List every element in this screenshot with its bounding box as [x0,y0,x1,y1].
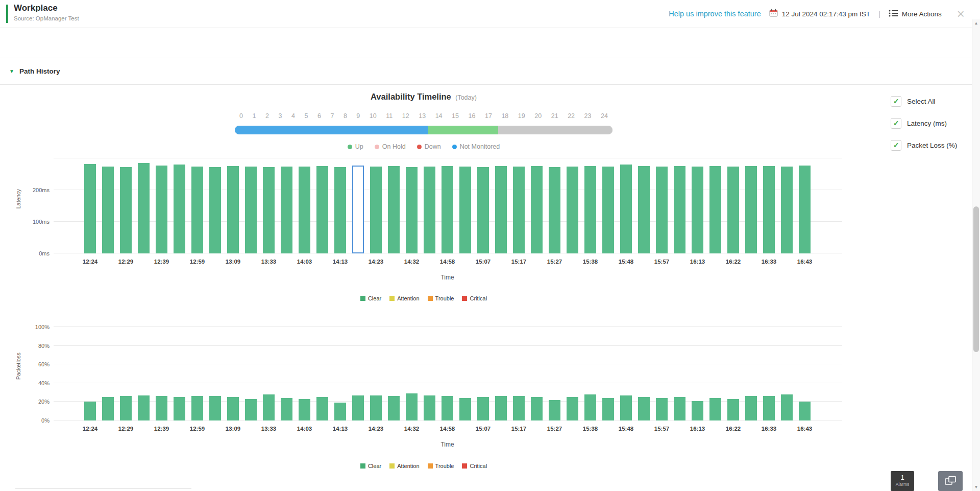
packetloss-bar-4[interactable] [156,396,167,420]
collapse-triangle-icon[interactable]: ▼ [9,68,14,74]
latency-bar-21[interactable] [459,167,471,253]
packetloss-checkbox[interactable]: ✓ [891,140,901,151]
packetloss-legend-item[interactable]: Trouble [428,463,454,469]
packetloss-legend-item[interactable]: Clear [360,463,381,469]
packetloss-bar-40[interactable] [799,402,811,420]
packetloss-bar-21[interactable] [459,398,471,420]
latency-bar-2[interactable] [120,167,132,253]
latency-bar-3[interactable] [138,163,150,253]
latency-bar-35[interactable] [709,166,721,253]
packetloss-bar-32[interactable] [656,398,668,420]
packetloss-bar-20[interactable] [442,396,453,420]
latency-bar-18[interactable] [406,167,418,253]
timeline-legend-item[interactable]: Up [348,143,363,150]
packetloss-bar-13[interactable] [316,397,328,420]
packetloss-bar-6[interactable] [191,396,203,420]
latency-bar-26[interactable] [549,167,560,253]
packetloss-bar-22[interactable] [477,397,489,420]
latency-bar-23[interactable] [495,166,507,253]
latency-bar-28[interactable] [584,166,596,253]
latency-bar-19[interactable] [424,167,435,253]
packetloss-bar-24[interactable] [513,396,525,420]
packetloss-bar-27[interactable] [567,397,578,420]
latency-bar-38[interactable] [763,166,775,253]
latency-bar-30[interactable] [620,165,632,253]
latency-legend-item[interactable]: Clear [360,295,381,301]
latency-bar-22[interactable] [477,167,489,253]
latency-bar-17[interactable] [388,166,400,253]
latency-bar-14[interactable] [334,167,346,253]
packetloss-bar-0[interactable] [84,402,96,420]
latency-bar-8[interactable] [227,166,239,253]
latency-bar-13[interactable] [316,166,328,253]
more-actions-button[interactable]: More Actions [889,10,942,18]
select-all-checkbox[interactable]: ✓ [891,96,901,107]
packetloss-bar-3[interactable] [138,395,150,420]
packetloss-bar-12[interactable] [299,399,310,420]
packetloss-bar-25[interactable] [531,397,543,420]
packetloss-bar-31[interactable] [638,397,650,420]
packetloss-bar-8[interactable] [227,397,239,420]
latency-bar-25[interactable] [531,166,543,253]
packetloss-toggle-row[interactable]: ✓ Packet Loss (%) [891,139,957,151]
packetloss-bar-19[interactable] [424,395,435,420]
latency-bar-12[interactable] [299,167,310,253]
scrollbar-thumb[interactable] [973,206,979,352]
packetloss-bar-1[interactable] [102,397,114,420]
packetloss-legend-item[interactable]: Attention [389,463,419,469]
timeline-segment-up[interactable] [428,126,498,134]
latency-bar-7[interactable] [209,167,221,253]
packetloss-bar-30[interactable] [620,395,632,420]
packetloss-bar-15[interactable] [352,395,364,420]
latency-bar-1[interactable] [102,167,114,253]
latency-bar-0[interactable] [84,164,96,253]
latency-bar-5[interactable] [174,165,185,253]
packetloss-bar-29[interactable] [602,398,614,420]
latency-bar-20[interactable] [442,166,453,253]
timeline-segment-not-monitored[interactable] [235,126,428,134]
compare-windows-button[interactable] [938,471,963,491]
latency-checkbox[interactable]: ✓ [891,118,901,129]
packetloss-bar-11[interactable] [281,398,292,420]
packetloss-bar-34[interactable] [692,401,703,420]
latency-bar-33[interactable] [674,166,685,253]
timeline-legend-item[interactable]: Down [417,143,441,150]
packetloss-bar-36[interactable] [727,399,739,420]
packetloss-bar-38[interactable] [763,396,775,420]
packetloss-bar-10[interactable] [263,394,275,420]
packetloss-bar-9[interactable] [245,399,257,420]
latency-bar-29[interactable] [602,167,614,253]
packetloss-bar-28[interactable] [584,394,596,420]
packetloss-bar-5[interactable] [174,397,185,420]
alarms-badge[interactable]: 1 Alarms [891,471,914,491]
latency-legend-item[interactable]: Trouble [428,295,454,301]
latency-legend-item[interactable]: Attention [389,295,419,301]
timeline-legend-item[interactable]: Not Monitored [452,143,500,150]
latency-bar-27[interactable] [567,167,578,253]
packetloss-bar-7[interactable] [209,396,221,420]
scrollbar[interactable]: ▲ ▼ [972,19,980,491]
latency-bar-6[interactable] [191,167,203,253]
latency-bar-10[interactable] [263,167,275,253]
latency-bar-4[interactable] [156,166,167,253]
timeline-bar[interactable] [235,126,612,134]
latency-bar-36[interactable] [727,167,739,253]
scrollbar-down-arrow-icon[interactable]: ▼ [972,485,980,489]
packetloss-bar-33[interactable] [674,397,685,420]
packetloss-bar-17[interactable] [388,396,400,420]
packetloss-bar-35[interactable] [709,398,721,420]
close-icon[interactable]: × [957,9,965,19]
packetloss-bar-39[interactable] [781,394,793,420]
help-link[interactable]: Help us improve this feature [669,10,761,18]
latency-bar-39[interactable] [781,167,793,253]
packetloss-legend-item[interactable]: Critical [462,463,487,469]
latency-legend-item[interactable]: Critical [462,295,487,301]
latency-bar-15[interactable] [352,166,364,253]
packetloss-bar-18[interactable] [406,393,418,420]
time-period-picker[interactable]: 12 Jul 2024 02:17:43 pm IST [769,9,870,19]
packetloss-bar-2[interactable] [120,396,132,420]
packetloss-bar-16[interactable] [370,395,382,420]
latency-bar-37[interactable] [745,166,757,253]
packetloss-bar-23[interactable] [495,396,507,420]
timeline-segment-no-data[interactable] [498,126,612,134]
